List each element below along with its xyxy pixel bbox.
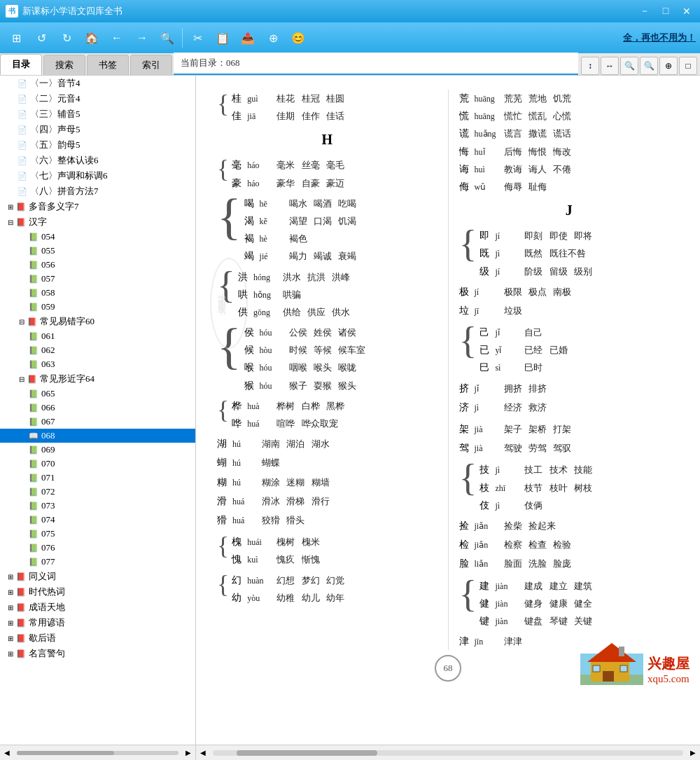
nav-icon-zoom-in[interactable]: 🔍 (640, 57, 658, 75)
words: 经济 救济 (504, 399, 551, 415)
tool-add[interactable]: ⊕ (261, 26, 285, 50)
sidebar-item-068[interactable]: 📖 068 (0, 429, 195, 443)
expand-icon[interactable]: ⊞ (6, 633, 15, 643)
char: 挤 (459, 380, 475, 397)
pinyin: háo (247, 158, 276, 174)
tool-back[interactable]: ← (105, 26, 129, 50)
sidebar-item-yinj4[interactable]: 📄 〈四〉声母5 (0, 122, 195, 137)
nav-icon-fullscreen[interactable]: □ (679, 57, 697, 75)
tab-bookmarks[interactable]: 书签 (87, 55, 129, 75)
content-area[interactable]: 小字语文四库全书 { 桂 guì 桂花 桂冠 桂圆 (196, 76, 700, 745)
sidebar-item-055[interactable]: 📗 055 (0, 244, 195, 258)
sidebar-item-hanzi[interactable]: ⊟ 📕 汉字 (0, 214, 195, 230)
sidebar-item-058[interactable]: 📗 058 (0, 286, 195, 300)
expand-icon[interactable]: ⊞ (6, 618, 15, 628)
tool-back-hist[interactable]: ↻ (55, 26, 78, 50)
pinyin: huá (232, 495, 262, 510)
sidebar-item-yinj1[interactable]: 📄 〈一〉音节4 (0, 76, 195, 91)
sidebar-item-059[interactable]: 📗 059 (0, 300, 195, 314)
nav-icon-zoom-reset[interactable]: ⊕ (659, 57, 678, 75)
sidebar-item-yinj3[interactable]: 📄 〈三〉辅音5 (0, 106, 195, 122)
sidebar-item-yinj7[interactable]: 📄 〈七〉声调和标调6 (0, 168, 195, 184)
sidebar-item-056[interactable]: 📗 056 (0, 258, 195, 272)
entry-ji5: 垃 jī 垃圾 (459, 302, 680, 319)
expand-icon[interactable]: ⊞ (6, 649, 15, 658)
sidebar-item-075[interactable]: 📗 075 (0, 527, 195, 541)
minimize-button[interactable]: － (637, 4, 652, 19)
tool-home[interactable]: ⊞ (4, 26, 28, 50)
sidebar-item-changyong[interactable]: ⊞ 📕 常用谚语 (0, 615, 195, 630)
sidebar-label: 073 (41, 500, 55, 511)
expand-icon[interactable]: ⊞ (6, 572, 15, 581)
sidebar-item-057[interactable]: 📗 057 (0, 272, 195, 286)
bracket-left: { (217, 92, 229, 115)
scroll-right-btn[interactable]: ▶ (181, 745, 195, 761)
entry-ke: 渴 kě 渴望 口渴 饥渴 (244, 212, 361, 230)
sidebar-item-070[interactable]: 📗 070 (0, 457, 195, 471)
sidebar-item-mingyan[interactable]: ⊞ 📕 名言警句 (0, 646, 195, 661)
scroll-left-btn[interactable]: ◀ (0, 745, 14, 761)
scroll-right-btn2[interactable]: ▶ (686, 745, 700, 761)
expand-icon[interactable]: ⊟ (6, 217, 15, 227)
tool-forward[interactable]: → (130, 26, 154, 50)
tab-index[interactable]: 索引 (130, 55, 172, 75)
scroll-left-btn2[interactable]: ◀ (196, 745, 210, 761)
sidebar-item-077[interactable]: 📗 077 (0, 555, 195, 569)
sidebar-item-066[interactable]: 📗 066 (0, 401, 195, 415)
tool-export[interactable]: 📤 (236, 26, 260, 50)
close-button[interactable]: ✕ (679, 4, 694, 19)
entry-jian1: 捡 jiǎn 捡柴 捡起来 (459, 517, 680, 534)
book-icon: 📕 (15, 602, 27, 613)
nav-icon-zoom-out[interactable]: 🔍 (620, 57, 638, 75)
tool-cut[interactable]: ✂ (186, 26, 209, 50)
sidebar-item-067[interactable]: 📗 067 (0, 415, 195, 429)
sidebar-label: 074 (41, 514, 55, 525)
tool-search[interactable]: 🔍 (155, 26, 179, 50)
sidebar-item-yinj8[interactable]: 📄 〈八〉拼音方法7 (0, 184, 195, 199)
sidebar-item-061[interactable]: 📗 061 (0, 329, 195, 343)
tab-search[interactable]: 搜索 (43, 55, 85, 75)
tool-refresh[interactable]: ↺ (29, 26, 53, 50)
maximize-button[interactable]: □ (658, 4, 673, 19)
sidebar-item-065[interactable]: 📗 065 (0, 387, 195, 401)
sidebar-item-shidai[interactable]: ⊞ 📕 时代热词 (0, 584, 195, 600)
expand-icon[interactable]: ⊟ (17, 317, 27, 326)
expand-icon[interactable]: ⊞ (6, 202, 15, 212)
sidebar-item-jingzi[interactable]: ⊟ 📕 常见形近字64 (0, 371, 195, 387)
sidebar-item-069[interactable]: 📗 069 (0, 443, 195, 457)
sidebar-item-071[interactable]: 📗 071 (0, 471, 195, 485)
expand-icon[interactable]: ⊞ (6, 602, 15, 612)
sidebar-item-chengyu[interactable]: ⊞ 📕 成语天地 (0, 600, 195, 615)
sidebar-item-xiehou[interactable]: ⊞ 📕 歇后语 (0, 630, 195, 646)
ad-text[interactable]: 全，再也不用为！ (623, 32, 696, 44)
tab-contents[interactable]: 目录 (0, 54, 42, 75)
sidebar-item-duoyin[interactable]: ⊞ 📕 多音多义字7 (0, 199, 195, 214)
nav-icon-updown[interactable]: ↕ (581, 57, 599, 75)
sidebar-item-062[interactable]: 📗 062 (0, 343, 195, 357)
pinyin: hóu (260, 379, 289, 394)
sidebar-item-yinj2[interactable]: 📄 〈二〉元音4 (0, 91, 195, 106)
scroll-track[interactable] (17, 751, 178, 755)
expand-icon[interactable]: ⊟ (17, 374, 27, 384)
sidebar-item-072[interactable]: 📗 072 (0, 485, 195, 499)
sidebar-item-yinj6[interactable]: 📄 〈六〉整体认读6 (0, 153, 195, 168)
sidebar-item-tongyi[interactable]: ⊞ 📕 同义词 (0, 569, 195, 584)
sidebar-item-076[interactable]: 📗 076 (0, 541, 195, 555)
entry-hong2: 哄 hǒng 哄骗 (238, 286, 355, 303)
content-hscroll[interactable]: ◀ ▶ (196, 745, 700, 761)
tool-emoji[interactable]: 😊 (286, 26, 310, 50)
sidebar-item-063[interactable]: 📗 063 (0, 357, 195, 371)
expand-icon[interactable]: ⊞ (6, 587, 15, 597)
sidebar-item-073[interactable]: 📗 073 (0, 499, 195, 513)
scroll-track2[interactable] (213, 750, 683, 756)
nav-icon-leftright[interactable]: ↔ (601, 57, 619, 75)
sidebar-hscroll[interactable]: ◀ ▶ (0, 745, 196, 761)
sidebar-item-cuozi[interactable]: ⊟ 📕 常见易错字60 (0, 314, 195, 329)
char: 候 (244, 341, 260, 359)
sidebar-item-054[interactable]: 📗 054 (0, 230, 195, 244)
tool-copy[interactable]: 📋 (211, 26, 234, 50)
site-url: xqu5.com (648, 673, 690, 685)
sidebar-item-074[interactable]: 📗 074 (0, 513, 195, 527)
tool-home2[interactable]: 🏠 (80, 26, 104, 50)
sidebar-item-yinj5[interactable]: 📄 〈五〉韵母5 (0, 137, 195, 153)
